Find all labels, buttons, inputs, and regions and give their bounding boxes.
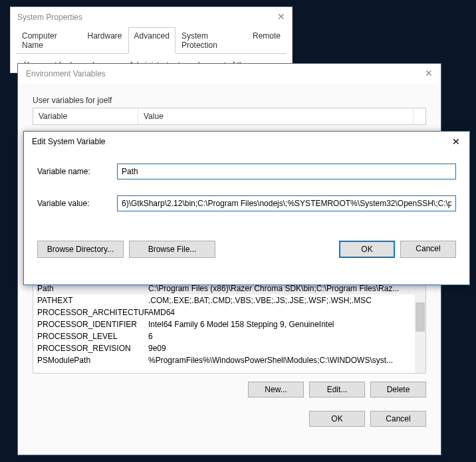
column-spacer xyxy=(414,108,425,124)
system-properties-titlebar[interactable]: System Properties ✕ xyxy=(11,7,292,27)
system-variables-list[interactable]: Path C:\Program Files (x86)\Razer Chroma… xyxy=(33,282,426,374)
tab-advanced[interactable]: Advanced xyxy=(128,27,176,54)
close-icon[interactable]: ✕ xyxy=(452,136,460,147)
row-value: AMD64 xyxy=(148,308,421,317)
variable-name-row: Variable name: xyxy=(37,164,456,179)
table-row[interactable]: PROCESSOR_LEVEL 6 xyxy=(36,330,423,342)
row-value: C:\Program Files (x86)\Razer Chroma SDK\… xyxy=(148,284,421,293)
delete-button[interactable]: Delete xyxy=(370,382,426,398)
row-variable: PATHEXT xyxy=(37,296,148,305)
user-variables-label: User variables for joelf xyxy=(33,96,426,105)
system-properties-title: System Properties xyxy=(17,13,82,22)
environment-variables-titlebar[interactable]: Environment Variables ✕ xyxy=(18,64,441,84)
row-variable: PROCESSOR_LEVEL xyxy=(37,332,148,341)
scrollbar-thumb[interactable] xyxy=(416,302,425,332)
row-variable: PROCESSOR_ARCHITECTURE xyxy=(37,308,148,317)
tab-computer-name[interactable]: Computer Name xyxy=(16,27,82,53)
row-variable: PROCESSOR_REVISION xyxy=(37,344,148,353)
table-row[interactable]: PSModulePath %ProgramFiles%\WindowsPower… xyxy=(36,354,423,366)
table-row[interactable]: PROCESSOR_REVISION 9e09 xyxy=(36,342,423,354)
tab-system-protection[interactable]: System Protection xyxy=(176,27,247,53)
column-variable[interactable]: Variable xyxy=(33,108,138,124)
row-value: Intel64 Family 6 Model 158 Stepping 9, G… xyxy=(148,320,421,329)
row-variable: Path xyxy=(37,284,148,293)
browse-directory-button[interactable]: Browse Directory... xyxy=(37,241,124,258)
ok-button[interactable]: OK xyxy=(309,411,365,427)
environment-variables-title: Environment Variables xyxy=(26,69,106,78)
cancel-button[interactable]: Cancel xyxy=(370,411,426,427)
variable-value-input[interactable] xyxy=(117,195,456,211)
edit-button[interactable]: Edit... xyxy=(309,382,365,398)
user-variables-header: Variable Value xyxy=(33,108,426,125)
edit-dialog-titlebar[interactable]: Edit System Variable ✕ xyxy=(24,132,469,152)
table-row[interactable]: PROCESSOR_IDENTIFIER Intel64 Family 6 Mo… xyxy=(36,318,423,330)
variable-value-label: Variable value: xyxy=(37,199,117,208)
row-value: 9e09 xyxy=(148,344,421,353)
close-icon[interactable]: ✕ xyxy=(277,11,285,22)
scrollbar[interactable] xyxy=(415,283,425,373)
browse-file-button[interactable]: Browse File... xyxy=(129,241,215,258)
cancel-button[interactable]: Cancel xyxy=(400,241,456,258)
row-value: .COM;.EXE;.BAT;.CMD;.VBS;.VBE;.JS;.JSE;.… xyxy=(148,296,421,305)
variable-name-input[interactable] xyxy=(117,164,456,179)
variable-name-label: Variable name: xyxy=(37,167,117,176)
dialog-button-row: OK Cancel xyxy=(33,411,426,427)
edit-system-variable-dialog: Edit System Variable ✕ Variable name: Va… xyxy=(23,131,470,285)
close-icon[interactable]: ✕ xyxy=(425,68,433,78)
ok-button[interactable]: OK xyxy=(339,241,395,258)
table-row[interactable]: PROCESSOR_ARCHITECTURE AMD64 xyxy=(36,306,423,318)
row-variable: PROCESSOR_IDENTIFIER xyxy=(37,320,148,329)
system-vars-button-row: New... Edit... Delete xyxy=(33,382,426,398)
table-row[interactable]: PATHEXT .COM;.EXE;.BAT;.CMD;.VBS;.VBE;.J… xyxy=(36,294,423,306)
column-value[interactable]: Value xyxy=(138,108,414,124)
system-properties-tabs: Computer Name Hardware Advanced System P… xyxy=(16,27,287,54)
tab-remote[interactable]: Remote xyxy=(247,27,287,53)
row-value: 6 xyxy=(148,332,421,341)
row-variable: PSModulePath xyxy=(37,356,148,365)
variable-value-row: Variable value: xyxy=(37,195,456,211)
new-button[interactable]: New... xyxy=(248,382,304,398)
tab-hardware[interactable]: Hardware xyxy=(82,27,128,53)
edit-dialog-title: Edit System Variable xyxy=(32,137,106,146)
row-value: %ProgramFiles%\WindowsPowerShell\Modules… xyxy=(148,356,421,365)
